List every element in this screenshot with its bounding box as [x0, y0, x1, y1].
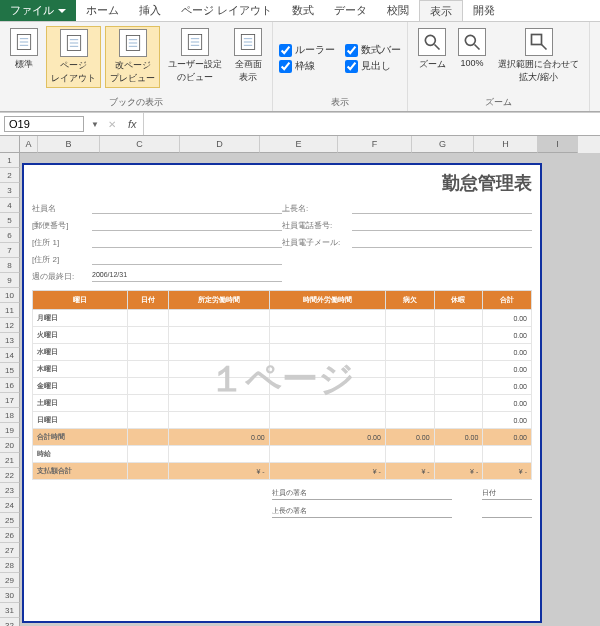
- row-header-25[interactable]: 25: [0, 513, 20, 528]
- row-header-10[interactable]: 10: [0, 288, 20, 303]
- check-formula-bar[interactable]: 数式バー: [345, 43, 401, 57]
- view-button-3[interactable]: ユーザー設定 のビュー: [164, 26, 226, 86]
- tab-page-layout[interactable]: ページ レイアウト: [171, 0, 282, 21]
- table-header: 休暇: [434, 291, 483, 310]
- row-header-20[interactable]: 20: [0, 438, 20, 453]
- table-sum-row: 合計時間0.000.000.000.000.00: [33, 429, 532, 446]
- col-header-G[interactable]: G: [412, 136, 474, 153]
- row-header-3[interactable]: 3: [0, 183, 20, 198]
- page-icon: [181, 28, 209, 56]
- row-header-17[interactable]: 17: [0, 393, 20, 408]
- zoom-100-button[interactable]: 100%: [454, 26, 490, 70]
- col-header-C[interactable]: C: [100, 136, 180, 153]
- table-header: 所定労働時間: [168, 291, 269, 310]
- view-button-0[interactable]: 標準: [6, 26, 42, 73]
- label-email: 社員電子メール:: [282, 237, 352, 248]
- row-header-19[interactable]: 19: [0, 423, 20, 438]
- ribbon-tabs: ファイル ホーム 挿入 ページ レイアウト 数式 データ 校閲 表示 開発: [0, 0, 600, 22]
- sig-manager: 上長の署名: [272, 506, 452, 518]
- row-header-1[interactable]: 1: [0, 153, 20, 168]
- row-header-26[interactable]: 26: [0, 528, 20, 543]
- col-header-D[interactable]: D: [180, 136, 260, 153]
- row-header-16[interactable]: 16: [0, 378, 20, 393]
- magnifier-icon: [458, 28, 486, 56]
- fx-icon[interactable]: fx: [122, 118, 143, 130]
- row-header-21[interactable]: 21: [0, 453, 20, 468]
- row-header-28[interactable]: 28: [0, 558, 20, 573]
- formula-input[interactable]: [143, 113, 600, 135]
- tab-formulas[interactable]: 数式: [282, 0, 324, 21]
- row-header-22[interactable]: 22: [0, 468, 20, 483]
- label-addr2: [住所 2]: [32, 254, 92, 265]
- col-header-I[interactable]: I: [538, 136, 578, 153]
- check-gridlines[interactable]: 枠線: [279, 59, 335, 73]
- table-row: 日曜日0.00: [33, 412, 532, 429]
- row-header-23[interactable]: 23: [0, 483, 20, 498]
- view-button-4[interactable]: 全画面 表示: [230, 26, 266, 86]
- row-header-8[interactable]: 8: [0, 258, 20, 273]
- tab-home[interactable]: ホーム: [76, 0, 129, 21]
- row-header-11[interactable]: 11: [0, 303, 20, 318]
- row-header-9[interactable]: 9: [0, 273, 20, 288]
- formula-bar: O19 ▼ ✕ fx: [0, 112, 600, 136]
- row-header-14[interactable]: 14: [0, 348, 20, 363]
- page-title: 勤怠管理表: [32, 171, 532, 195]
- name-box[interactable]: O19: [4, 116, 84, 132]
- magnifier-icon: [418, 28, 446, 56]
- group-label: ズーム: [485, 96, 512, 109]
- table-header: 病欠: [385, 291, 434, 310]
- name-box-dropdown-icon[interactable]: ▼: [88, 120, 102, 129]
- page-icon: [119, 29, 147, 57]
- label-phone: 社員電話番号:: [282, 220, 352, 231]
- row-header-4[interactable]: 4: [0, 198, 20, 213]
- svg-point-20: [425, 35, 435, 45]
- row-header-12[interactable]: 12: [0, 318, 20, 333]
- row-header-30[interactable]: 30: [0, 588, 20, 603]
- check-ruler[interactable]: ルーラー: [279, 43, 335, 57]
- row-header-18[interactable]: 18: [0, 408, 20, 423]
- tab-developer[interactable]: 開発: [463, 0, 505, 21]
- row-header-6[interactable]: 6: [0, 228, 20, 243]
- col-header-A[interactable]: A: [20, 136, 38, 153]
- svg-line-25: [541, 45, 546, 50]
- view-button-2[interactable]: 改ページ プレビュー: [105, 26, 160, 88]
- row-header-32[interactable]: 32: [0, 618, 20, 626]
- zoom-button[interactable]: ズーム: [414, 26, 450, 73]
- row-header-31[interactable]: 31: [0, 603, 20, 618]
- label-employee: 社員名: [32, 203, 92, 214]
- col-header-H[interactable]: H: [474, 136, 538, 153]
- row-header-7[interactable]: 7: [0, 243, 20, 258]
- tab-review[interactable]: 校閲: [377, 0, 419, 21]
- row-header-2[interactable]: 2: [0, 168, 20, 183]
- row-header-15[interactable]: 15: [0, 363, 20, 378]
- table-sum-row: 支払額合計¥ -¥ -¥ -¥ -¥ -: [33, 463, 532, 480]
- col-header-E[interactable]: E: [260, 136, 338, 153]
- row-header-5[interactable]: 5: [0, 213, 20, 228]
- row-header-13[interactable]: 13: [0, 333, 20, 348]
- row-header-27[interactable]: 27: [0, 543, 20, 558]
- row-header-24[interactable]: 24: [0, 498, 20, 513]
- grid[interactable]: 勤怠管理表 社員名上長名: [郵便番号]社員電話番号: [住所 1]社員電子メー…: [20, 153, 600, 626]
- file-tab[interactable]: ファイル: [0, 0, 76, 21]
- table-row: 木曜日0.00: [33, 361, 532, 378]
- table-row: 水曜日0.00: [33, 344, 532, 361]
- group-workbook-views: 標準ページ レイアウト改ページ プレビューユーザー設定 のビュー全画面 表示 ブ…: [0, 22, 273, 111]
- table-row: 土曜日0.00: [33, 395, 532, 412]
- table-row: 金曜日0.00: [33, 378, 532, 395]
- cancel-icon: ✕: [102, 119, 122, 130]
- row-header-29[interactable]: 29: [0, 573, 20, 588]
- zoom-selection-icon: [525, 28, 553, 56]
- col-header-B[interactable]: B: [38, 136, 100, 153]
- check-headings[interactable]: 見出し: [345, 59, 401, 73]
- group-label: ブックの表示: [109, 96, 163, 109]
- page-icon: [234, 28, 262, 56]
- select-all-corner[interactable]: [0, 136, 20, 153]
- tab-data[interactable]: データ: [324, 0, 377, 21]
- svg-point-22: [465, 35, 475, 45]
- label-addr1: [住所 1]: [32, 237, 92, 248]
- view-button-1[interactable]: ページ レイアウト: [46, 26, 101, 88]
- tab-view[interactable]: 表示: [419, 0, 463, 21]
- col-header-F[interactable]: F: [338, 136, 412, 153]
- zoom-selection-button[interactable]: 選択範囲に合わせて 拡大/縮小: [494, 26, 583, 86]
- tab-insert[interactable]: 挿入: [129, 0, 171, 21]
